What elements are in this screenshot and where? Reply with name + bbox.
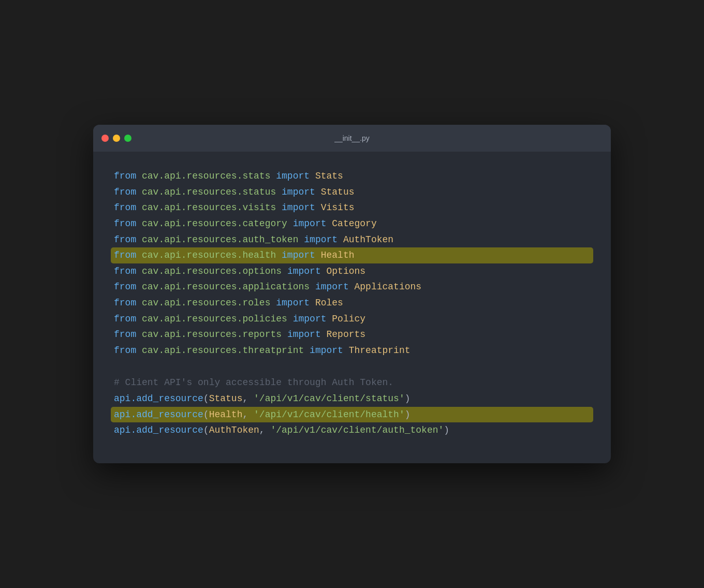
module-name: cav.api.resources.status xyxy=(142,184,282,200)
api-call-1: api.add_resource(Status, '/api/v1/cav/cl… xyxy=(114,391,590,407)
keyword-from: from xyxy=(114,247,142,263)
window-title: __init__.py xyxy=(334,134,370,142)
blank-line-1 xyxy=(114,358,590,375)
class-name: Reports xyxy=(327,327,366,343)
title-bar: __init__.py xyxy=(93,125,611,152)
class-arg: Health xyxy=(209,407,243,423)
module-name: cav.api.resources.reports xyxy=(142,327,287,343)
keyword-import: import xyxy=(282,184,321,200)
import-line-5: from cav.api.resources.auth_token import… xyxy=(114,232,590,248)
class-arg: AuthToken xyxy=(209,422,259,438)
import-line-2: from cav.api.resources.status import Sta… xyxy=(114,184,590,200)
keyword-import: import xyxy=(287,263,327,280)
keyword-from: from xyxy=(114,216,142,232)
keyword-from: from xyxy=(114,343,142,359)
import-line-11: from cav.api.resources.reports import Re… xyxy=(114,327,590,343)
code-comment: # Client API's only accessible through A… xyxy=(114,375,393,391)
paren: ) xyxy=(444,422,449,438)
keyword-from: from xyxy=(114,295,142,311)
keyword-import: import xyxy=(282,247,321,263)
close-button[interactable] xyxy=(101,135,109,142)
keyword-from: from xyxy=(114,232,142,248)
function-name: api.add_resource xyxy=(114,407,203,423)
module-name: cav.api.resources.visits xyxy=(142,200,282,216)
comma: , xyxy=(242,407,254,423)
minimize-button[interactable] xyxy=(113,135,120,142)
class-name: Category xyxy=(332,216,376,232)
code-editor-window: __init__.py from cav.api.resources.stats… xyxy=(93,125,611,463)
paren: ( xyxy=(203,391,209,407)
module-name: cav.api.resources.options xyxy=(142,263,287,280)
keyword-import: import xyxy=(310,343,349,359)
function-name: api.add_resource xyxy=(114,422,203,438)
keyword-import: import xyxy=(293,216,332,232)
class-name: Health xyxy=(321,247,355,263)
keyword-from: from xyxy=(114,279,142,295)
module-name: cav.api.resources.roles xyxy=(142,295,276,311)
class-name: Applications xyxy=(355,279,422,295)
class-name: AuthToken xyxy=(343,232,393,248)
module-name: cav.api.resources.health xyxy=(142,247,282,263)
api-call-2-highlighted: api.add_resource(Health, '/api/v1/cav/cl… xyxy=(111,407,593,423)
import-line-6-highlighted: from cav.api.resources.health import Hea… xyxy=(111,247,593,263)
keyword-from: from xyxy=(114,311,142,327)
paren: ) xyxy=(405,391,410,407)
function-name: api.add_resource xyxy=(114,391,203,407)
keyword-from: from xyxy=(114,168,142,184)
module-name: cav.api.resources.policies xyxy=(142,311,293,327)
module-name: cav.api.resources.threatprint xyxy=(142,343,310,359)
api-call-3: api.add_resource(AuthToken, '/api/v1/cav… xyxy=(114,422,590,438)
class-name: Policy xyxy=(332,311,365,327)
keyword-from: from xyxy=(114,184,142,200)
import-line-3: from cav.api.resources.visits import Vis… xyxy=(114,200,590,216)
module-name: cav.api.resources.stats xyxy=(142,168,276,184)
module-name: cav.api.resources.auth_token xyxy=(142,232,304,248)
import-line-9: from cav.api.resources.roles import Role… xyxy=(114,295,590,311)
import-line-8: from cav.api.resources.applications impo… xyxy=(114,279,590,295)
paren: ( xyxy=(203,422,209,438)
class-name: Threatprint xyxy=(349,343,410,359)
class-name: Options xyxy=(327,263,366,280)
traffic-lights xyxy=(101,135,131,142)
comma: , xyxy=(259,422,271,438)
keyword-import: import xyxy=(276,168,315,184)
code-area: from cav.api.resources.stats import Stat… xyxy=(93,152,611,463)
maximize-button[interactable] xyxy=(124,135,131,142)
paren: ) xyxy=(405,407,410,423)
import-line-12: from cav.api.resources.threatprint impor… xyxy=(114,343,590,359)
import-line-4: from cav.api.resources.category import C… xyxy=(114,216,590,232)
route-string: '/api/v1/cav/client/status' xyxy=(254,391,405,407)
class-arg: Status xyxy=(209,391,243,407)
keyword-import: import xyxy=(282,200,321,216)
keyword-import: import xyxy=(293,311,332,327)
keyword-import: import xyxy=(304,232,343,248)
keyword-from: from xyxy=(114,200,142,216)
class-name: Visits xyxy=(321,200,355,216)
comma: , xyxy=(242,391,254,407)
class-name: Status xyxy=(321,184,355,200)
keyword-import: import xyxy=(287,327,327,343)
route-string: '/api/v1/cav/client/auth_token' xyxy=(270,422,444,438)
paren: ( xyxy=(203,407,209,423)
comment-line: # Client API's only accessible through A… xyxy=(114,375,590,391)
import-line-10: from cav.api.resources.policies import P… xyxy=(114,311,590,327)
keyword-import: import xyxy=(315,279,355,295)
import-line-1: from cav.api.resources.stats import Stat… xyxy=(114,168,590,184)
keyword-from: from xyxy=(114,263,142,280)
class-name: Roles xyxy=(315,295,343,311)
import-line-7: from cav.api.resources.options import Op… xyxy=(114,263,590,280)
keyword-from: from xyxy=(114,327,142,343)
keyword-import: import xyxy=(276,295,315,311)
module-name: cav.api.resources.applications xyxy=(142,279,315,295)
class-name: Stats xyxy=(315,168,343,184)
module-name: cav.api.resources.category xyxy=(142,216,293,232)
route-string: '/api/v1/cav/client/health' xyxy=(254,407,405,423)
